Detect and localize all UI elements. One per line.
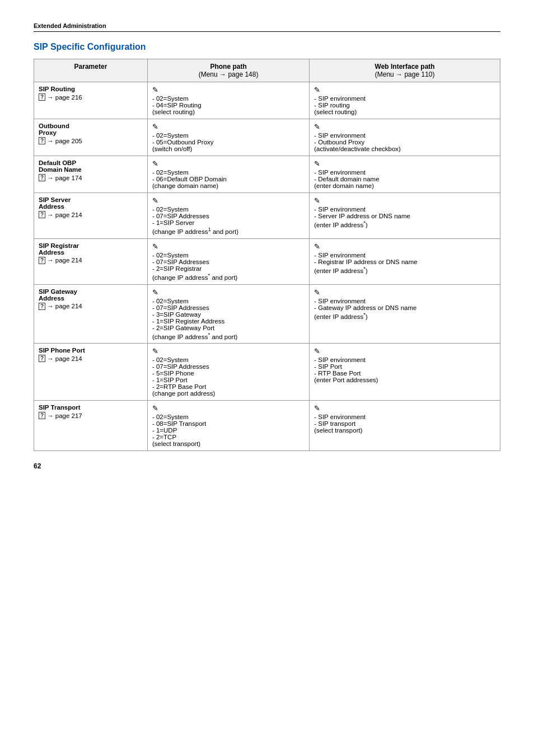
table-row-web-7: ✎- SIP environment- SIP transport(select… [310, 401, 500, 451]
table-row-web-0: ✎- SIP environment- SIP routing(select r… [310, 82, 500, 119]
table-row-web-6: ✎- SIP environment- SIP Port- RTP Base P… [310, 344, 500, 401]
table-row-param-4: SIP RegistrarAddress?→ page 214 [34, 238, 148, 284]
table-row-web-1: ✎- SIP environment- Outbound Proxy(activ… [310, 119, 500, 156]
table-row-phone-7: ✎- 02=System- 08=SIP Transport- 1=UDP- 2… [147, 401, 309, 451]
table-row-param-6: SIP Phone Port?→ page 214 [34, 344, 148, 401]
main-table: Parameter Phone path (Menu → page 148) W… [34, 59, 500, 451]
table-row-phone-3: ✎- 02=System- 07=SIP Addresses- 1=SIP Se… [147, 193, 309, 239]
param-page-ref-4: ?→ page 214 [39, 257, 143, 264]
table-row-web-5: ✎- SIP environment- Gateway IP address o… [310, 284, 500, 344]
col-header-phone-path: Phone path (Menu → page 148) [147, 59, 309, 82]
table-row-param-2: Default OBPDomain Name?→ page 174 [34, 156, 148, 193]
table-row-phone-1: ✎- 02=System- 05=Outbound Proxy(switch o… [147, 119, 309, 156]
table-row-web-3: ✎- SIP environment- Server IP address or… [310, 193, 500, 239]
table-row-phone-6: ✎- 02=System- 07=SIP Addresses- 5=SIP Ph… [147, 344, 309, 401]
param-page-ref-1: ?→ page 205 [39, 137, 143, 144]
param-page-ref-2: ?→ page 174 [39, 174, 143, 181]
page-header: Extended Administration [34, 22, 500, 32]
param-page-ref-3: ?→ page 214 [39, 211, 143, 218]
section-title: SIP Specific Configuration [34, 42, 500, 52]
param-page-ref-6: ?→ page 214 [39, 355, 143, 362]
table-row-phone-0: ✎- 02=System- 04=SIP Routing(select rout… [147, 82, 309, 119]
table-row-param-5: SIP GatewayAddress?→ page 214 [34, 284, 148, 344]
table-row-param-0: SIP Routing?→ page 216 [34, 82, 148, 119]
col-header-web-path: Web Interface path (Menu → page 110) [310, 59, 500, 82]
table-row-phone-5: ✎- 02=System- 07=SIP Addresses- 3=SIP Ga… [147, 284, 309, 344]
table-row-param-1: OutboundProxy?→ page 205 [34, 119, 148, 156]
table-row-param-7: SIP Transport?→ page 217 [34, 401, 148, 451]
param-page-ref-5: ?→ page 214 [39, 303, 143, 310]
param-page-ref-0: ?→ page 216 [39, 93, 143, 101]
col-header-parameter: Parameter [34, 59, 148, 82]
table-row-web-4: ✎- SIP environment- Registrar IP address… [310, 238, 500, 284]
param-page-ref-7: ?→ page 217 [39, 412, 143, 419]
table-row-phone-4: ✎- 02=System- 07=SIP Addresses- 2=SIP Re… [147, 238, 309, 284]
page-number: 62 [34, 462, 500, 470]
table-row-param-3: SIP ServerAddress?→ page 214 [34, 193, 148, 239]
table-row-phone-2: ✎- 02=System- 06=Default OBP Domain(chan… [147, 156, 309, 193]
table-row-web-2: ✎- SIP environment- Default domain name(… [310, 156, 500, 193]
